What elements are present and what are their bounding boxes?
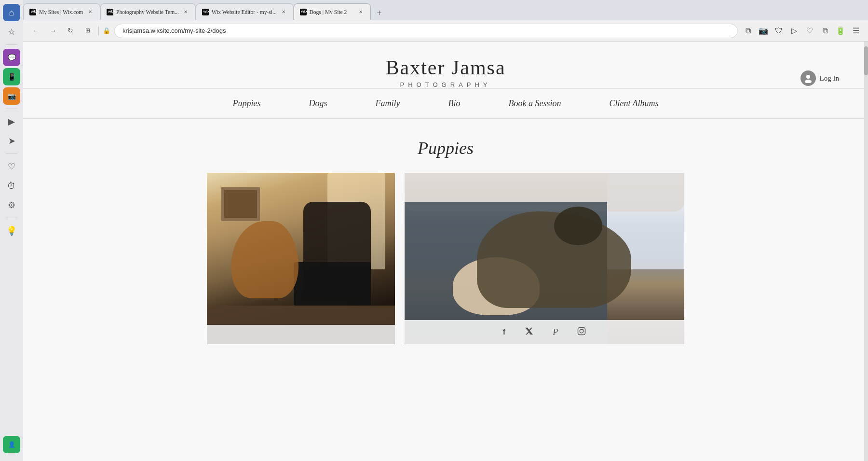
sidebar-divider-1 (6, 44, 17, 45)
nav-item-family[interactable]: Family (375, 98, 400, 109)
nav-reload-button[interactable]: ↻ (64, 24, 77, 38)
photo-card-right[interactable]: f P (405, 173, 684, 344)
nav-grid-button[interactable]: ⊞ (81, 24, 95, 38)
login-area[interactable]: Log In (800, 70, 839, 86)
site-main: Puppies (23, 119, 868, 363)
tab-my-sites[interactable]: wix My Sites | Wix.com ✕ (23, 3, 100, 20)
tab-close-1[interactable]: ✕ (86, 8, 94, 16)
nav-forward-button[interactable]: → (46, 24, 60, 38)
sidebar-lightbulb-icon[interactable]: 💡 (3, 222, 20, 239)
nav-item-bio[interactable]: Bio (448, 98, 460, 109)
tab-title-4: Dogs | My Site 2 (310, 9, 354, 15)
sidebar-divider-4 (6, 218, 17, 218)
tab-photography-template[interactable]: wix Photography Website Tem... ✕ (100, 3, 196, 20)
tab-dogs-active[interactable]: wix Dogs | My Site 2 ✕ (294, 3, 371, 20)
svg-point-1 (805, 80, 812, 83)
nav-back-button[interactable]: ← (29, 24, 42, 38)
sidebar-divider-2 (6, 109, 17, 109)
sidebar-clock-icon[interactable]: ⏱ (3, 177, 20, 195)
wall-frame (221, 187, 260, 221)
photo-card-left[interactable] (207, 173, 395, 344)
sidebar-account-icon[interactable]: 👤 (3, 436, 20, 453)
svg-point-4 (583, 329, 584, 330)
nav-item-client-albums[interactable]: Client Albums (609, 98, 658, 109)
svg-point-0 (806, 75, 810, 79)
svg-point-3 (580, 329, 583, 333)
nav-item-puppies[interactable]: Puppies (232, 98, 260, 109)
sidebar-whatsapp-icon[interactable]: 📱 (3, 68, 20, 85)
play-icon[interactable]: ▷ (788, 25, 800, 37)
sidebar-messenger-icon[interactable]: 💬 (3, 49, 20, 66)
sidebar-video-icon[interactable]: ▶ (3, 113, 20, 130)
tab-bar: wix My Sites | Wix.com ✕ wix Photography… (23, 0, 868, 20)
instagram-icon[interactable] (577, 327, 586, 338)
login-label: Log In (820, 74, 839, 83)
dog-head (554, 207, 602, 245)
tab-wix-editor[interactable]: wix Wix Website Editor - my-si... ✕ (196, 3, 294, 20)
tab-close-3[interactable]: ✕ (280, 8, 287, 16)
sidebar-send-icon[interactable]: ➤ (3, 132, 20, 150)
photos-grid: f P (23, 173, 868, 344)
sidebar-home-icon[interactable]: ⌂ (3, 4, 20, 21)
address-bar: ← → ↻ ⊞ 🔒 ⧉ 📷 🛡 ▷ ♡ ⧉ 🔋 ☰ (23, 20, 868, 42)
svg-rect-2 (578, 327, 585, 335)
browser-main: wix My Sites | Wix.com ✕ wix Photography… (23, 0, 868, 461)
sidebar-star-icon[interactable]: ☆ (3, 23, 20, 41)
website-content: Baxter Jamsa PHOTOGRAPHY Log In Puppies … (23, 42, 868, 461)
tab-title-3: Wix Website Editor - my-si... (212, 9, 277, 15)
site-title: Baxter Jamsa (23, 56, 868, 79)
sidebar-divider-3 (6, 154, 17, 154)
tab-close-2[interactable]: ✕ (182, 8, 190, 16)
nav-item-book-session[interactable]: Book a Session (508, 98, 561, 109)
tab-favicon-4: wix (300, 9, 307, 15)
tab-favicon-3: wix (202, 9, 209, 15)
site-header: Baxter Jamsa PHOTOGRAPHY Log In (23, 42, 868, 89)
heart-icon[interactable]: ♡ (803, 25, 816, 37)
sidebar-instagram-icon[interactable]: 📷 (3, 87, 20, 105)
site-navigation: Puppies Dogs Family Bio Book a Session C… (23, 89, 868, 118)
layers-icon[interactable]: ⧉ (819, 25, 831, 37)
nav-item-dogs[interactable]: Dogs (309, 98, 327, 109)
toolbar-icons: ⧉ 📷 🛡 ▷ ♡ ⧉ 🔋 ☰ (742, 25, 862, 37)
menu-icon[interactable]: ☰ (850, 25, 862, 37)
address-input[interactable] (114, 24, 738, 38)
facebook-icon[interactable]: f (503, 328, 505, 336)
scrollbar[interactable] (864, 42, 868, 461)
twitter-icon[interactable] (525, 327, 533, 338)
sidebar-settings-icon[interactable]: ⚙ (3, 196, 20, 214)
lock-icon: 🔒 (103, 27, 110, 35)
scrollbar-thumb[interactable] (864, 46, 868, 75)
tab-favicon-1: wix (29, 9, 36, 15)
social-bar: f P (405, 320, 684, 344)
tab-title-1: My Sites | Wix.com (39, 9, 83, 15)
battery-icon[interactable]: 🔋 (834, 25, 847, 37)
sidebar-heart-icon[interactable]: ♡ (3, 158, 20, 175)
pinterest-icon[interactable]: P (553, 327, 558, 337)
site-subtitle: PHOTOGRAPHY (23, 81, 868, 88)
tab-title-2: Photography Website Tem... (116, 9, 179, 15)
login-avatar (800, 70, 816, 86)
shield-icon[interactable]: 🛡 (773, 25, 785, 37)
screenshot-icon[interactable]: ⧉ (742, 25, 754, 37)
tab-close-4[interactable]: ✕ (357, 8, 365, 16)
section-title-puppies: Puppies (23, 138, 868, 158)
laptop-silhouette (294, 262, 371, 306)
tab-favicon-2: wix (107, 9, 113, 15)
photo-fade-left (207, 325, 395, 344)
camera-icon[interactable]: 📷 (757, 25, 770, 37)
browser-sidebar: ⌂ ☆ 💬 📱 📷 ▶ ➤ ♡ ⏱ ⚙ 💡 👤 (0, 0, 23, 461)
address-divider-1 (98, 26, 99, 36)
tab-add-button[interactable]: + (373, 6, 386, 20)
